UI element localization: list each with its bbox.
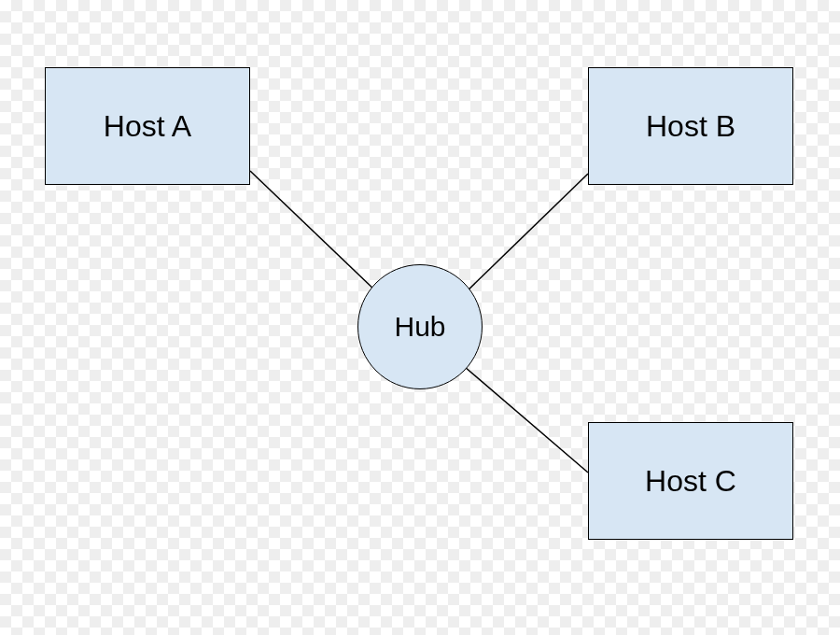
host-a-label: Host A [104,109,191,144]
host-c-label: Host C [645,464,736,499]
edge-hub-host-c [465,367,588,473]
host-b-label: Host B [646,109,735,144]
host-b-node: Host B [588,67,793,185]
host-a-node: Host A [45,67,250,185]
network-diagram: Host A Host B Host C Hub [0,0,840,635]
hub-node: Hub [357,264,483,389]
edge-hub-host-a [250,171,376,291]
host-c-node: Host C [588,422,793,540]
edge-hub-host-b [466,174,588,292]
hub-label: Hub [394,311,445,343]
